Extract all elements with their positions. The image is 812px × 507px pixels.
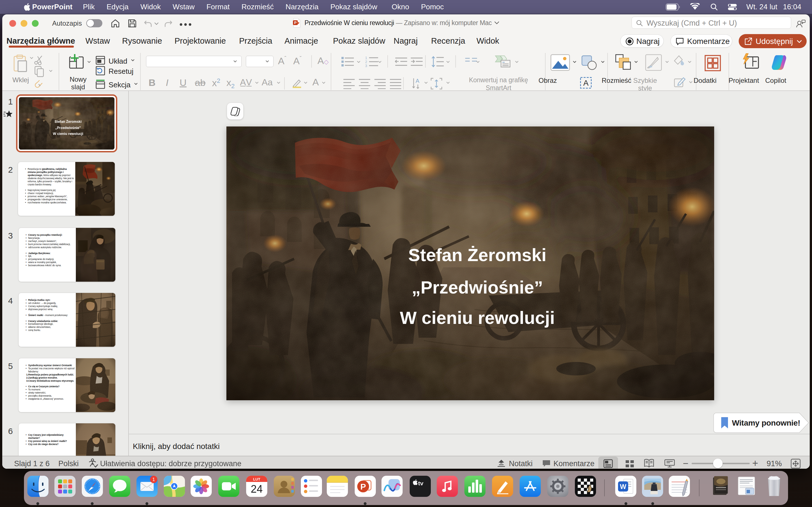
svg-text:P: P [294,20,297,25]
svg-text:tv: tv [418,480,423,487]
svg-text:A: A [416,78,419,84]
svg-text:W: W [620,483,626,490]
svg-text:24: 24 [251,483,262,495]
svg-text:LUT: LUT [253,477,260,482]
svg-text:A: A [583,78,589,87]
svg-text:3: 3 [365,64,367,68]
svg-text:1: 1 [152,477,155,482]
svg-text:P: P [360,482,366,491]
svg-text:2: 2 [365,60,367,64]
svg-text:1: 1 [365,56,367,60]
